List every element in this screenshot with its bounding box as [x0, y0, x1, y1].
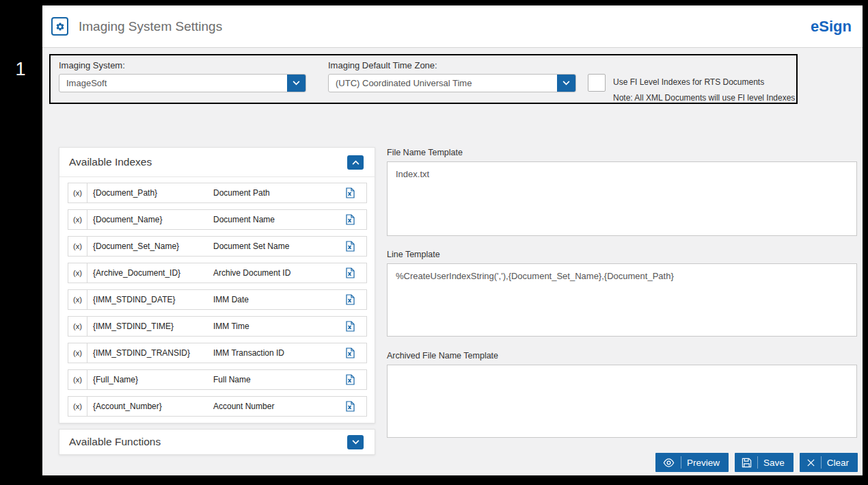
index-prefix: (x)	[68, 263, 87, 283]
index-token: {Document_Set_Name}	[87, 241, 213, 251]
time-zone-field: Imaging Default Time Zone: (UTC) Coordin…	[328, 60, 576, 103]
index-token: {Account_Number}	[87, 402, 213, 411]
index-prefix: (x)	[68, 237, 87, 256]
preview-button-label: Preview	[687, 458, 720, 468]
index-name: IMM Date	[213, 295, 344, 304]
index-row[interactable]: (x) {IMM_STDIND_TRANSID} IMM Transaction…	[68, 343, 367, 363]
imaging-system-value: ImageSoft	[59, 78, 287, 88]
chevron-down-icon[interactable]	[287, 75, 306, 92]
chevron-down-icon[interactable]	[557, 75, 575, 92]
app-header: Imaging System Settings eSign	[42, 5, 863, 48]
time-zone-select[interactable]: (UTC) Coordinated Universal Time	[328, 74, 576, 92]
index-prefix: (x)	[68, 290, 87, 309]
available-indexes-title: Available Indexes	[69, 156, 347, 168]
index-token: {IMM_STDIND_TIME}	[87, 322, 213, 331]
imaging-system-field: Imaging System: ImageSoft	[59, 60, 306, 103]
app-window: Imaging System Settings eSign Imaging Sy…	[42, 5, 863, 475]
insert-index-icon[interactable]	[344, 401, 355, 412]
esign-logo: eSign	[811, 18, 852, 36]
index-prefix: (x)	[68, 397, 87, 416]
file-name-template-label: File Name Template	[387, 148, 463, 157]
index-name: Document Name	[213, 215, 344, 224]
index-rows: (x) {Document_Path} Document Path	[59, 177, 375, 417]
callout-number: 1	[8, 59, 33, 80]
index-prefix: (x)	[68, 210, 87, 229]
fi-level-note: Note: All XML Documents will use FI leve…	[613, 93, 795, 103]
index-row[interactable]: (x) {Document_Path} Document Path	[68, 183, 367, 203]
insert-index-icon[interactable]	[344, 294, 355, 305]
insert-index-icon[interactable]	[344, 241, 355, 252]
index-row[interactable]: (x) {Full_Name} Full Name	[68, 369, 367, 390]
clear-button[interactable]: Clear	[800, 453, 858, 472]
save-button[interactable]: Save	[735, 453, 794, 472]
action-buttons: Preview Save Clear	[655, 453, 858, 472]
save-icon	[742, 456, 758, 469]
index-row[interactable]: (x) {IMM_STDIND_DATE} IMM Date	[68, 289, 367, 310]
index-token: {Document_Path}	[87, 188, 213, 198]
index-row[interactable]: (x) {Document_Set_Name} Document Set Nam…	[68, 236, 367, 257]
settings-callout-box: Imaging System: ImageSoft Imaging Defaul…	[49, 54, 798, 104]
index-token: {Full_Name}	[87, 375, 213, 384]
imaging-settings-icon	[51, 17, 68, 36]
index-name: Full Name	[213, 375, 344, 384]
available-functions-title: Available Functions	[69, 436, 347, 448]
index-token: {Archive_Document_ID}	[87, 268, 213, 278]
close-icon	[806, 456, 822, 469]
index-name: IMM Transaction ID	[213, 348, 344, 358]
archived-file-name-template-input[interactable]	[387, 365, 857, 438]
index-name: Document Path	[213, 188, 344, 198]
eye-icon	[662, 456, 681, 469]
insert-index-icon[interactable]	[344, 187, 355, 198]
available-indexes-header: Available Indexes	[59, 148, 375, 177]
time-zone-value: (UTC) Coordinated Universal Time	[329, 78, 557, 88]
save-button-label: Save	[763, 458, 785, 468]
line-template-label: Line Template	[387, 250, 440, 259]
clear-button-label: Clear	[827, 458, 849, 468]
page-title: Imaging System Settings	[79, 19, 811, 34]
preview-button[interactable]: Preview	[655, 453, 729, 472]
index-row[interactable]: (x) {Archive_Document_ID} Archive Docume…	[68, 263, 367, 283]
expand-functions-button[interactable]	[347, 435, 364, 449]
available-functions-panel: Available Functions	[59, 429, 375, 455]
index-name: Account Number	[213, 402, 344, 411]
fi-level-text: Use FI Level Indexes for RTS Documents N…	[613, 74, 795, 103]
index-row[interactable]: (x) {Document_Name} Document Name	[68, 209, 367, 230]
fi-level-checkbox[interactable]	[588, 74, 606, 92]
insert-index-icon[interactable]	[344, 267, 355, 278]
insert-index-icon[interactable]	[344, 374, 355, 385]
imaging-system-select[interactable]: ImageSoft	[59, 74, 306, 92]
time-zone-label: Imaging Default Time Zone:	[328, 60, 576, 70]
index-name: IMM Time	[213, 322, 344, 331]
available-indexes-panel: Available Indexes (x) {Document_Path} Do…	[59, 147, 375, 423]
index-row[interactable]: (x) {Account_Number} Account Number	[68, 396, 367, 417]
index-prefix: (x)	[68, 317, 87, 336]
file-name-template-input[interactable]: Index.txt	[387, 161, 857, 236]
index-token: {IMM_STDIND_DATE}	[87, 295, 213, 304]
line-template-input[interactable]: %CreateUserIndexString(','),{Document_Se…	[387, 263, 857, 337]
fi-level-label: Use FI Level Indexes for RTS Documents	[613, 77, 795, 87]
index-prefix: (x)	[68, 343, 87, 363]
main-area: Imaging System: ImageSoft Imaging Defaul…	[42, 48, 863, 475]
index-row[interactable]: (x) {IMM_STDIND_TIME} IMM Time	[68, 316, 367, 337]
index-token: {Document_Name}	[87, 215, 213, 224]
index-prefix: (x)	[68, 370, 87, 389]
archived-file-name-template-label: Archived File Name Template	[387, 351, 498, 361]
index-name: Document Set Name	[213, 241, 344, 251]
index-name: Archive Document ID	[213, 268, 344, 278]
imaging-system-label: Imaging System:	[59, 60, 306, 70]
fi-level-group: Use FI Level Indexes for RTS Documents N…	[588, 74, 795, 103]
insert-index-icon[interactable]	[344, 321, 355, 332]
collapse-indexes-button[interactable]	[347, 155, 364, 170]
index-prefix: (x)	[68, 183, 87, 202]
insert-index-icon[interactable]	[344, 348, 355, 358]
insert-index-icon[interactable]	[344, 214, 355, 225]
index-token: {IMM_STDIND_TRANSID}	[87, 348, 213, 358]
